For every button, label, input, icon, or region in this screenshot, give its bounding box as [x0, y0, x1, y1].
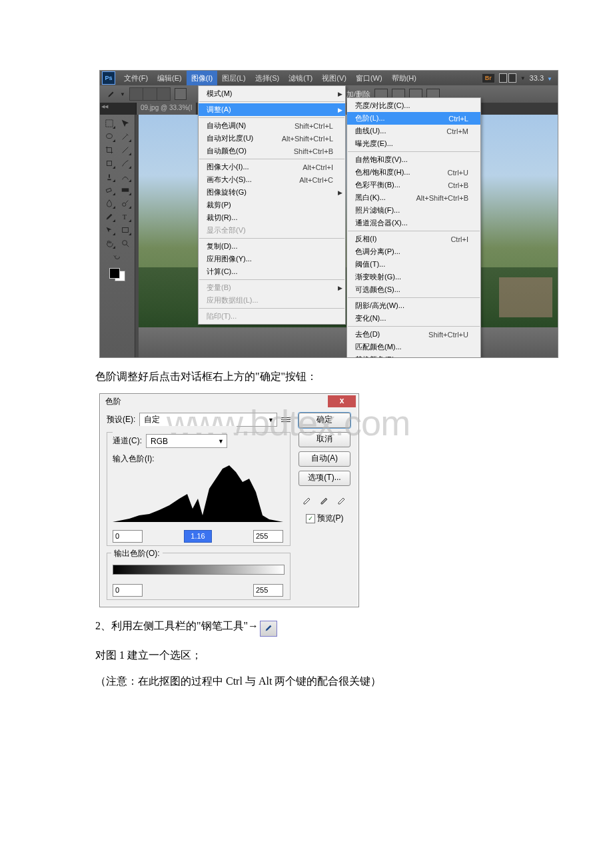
heal-tool-icon[interactable]: [103, 157, 116, 169]
output-black-handle[interactable]: [110, 573, 117, 579]
gamma-handle[interactable]: [195, 520, 201, 527]
zoom-percent[interactable]: 33.3 ▼: [530, 74, 552, 82]
cancel-button[interactable]: 取消: [299, 432, 350, 447]
eraser-tool-icon[interactable]: [103, 184, 116, 196]
menu-item[interactable]: 色彩平衡(B)...Ctrl+B: [347, 179, 480, 191]
black-eyedropper-icon[interactable]: [301, 493, 314, 506]
lasso-tool-icon[interactable]: [103, 131, 116, 143]
menu-item[interactable]: 调整(A)▶: [199, 103, 345, 116]
output-white-handle[interactable]: [281, 573, 287, 579]
menu-item[interactable]: 替换颜色(R)...: [347, 353, 480, 358]
menu-item[interactable]: 亮度/对比度(C)...: [347, 99, 480, 112]
menu-item[interactable]: 自然饱和度(V)...: [347, 153, 480, 166]
menu-item[interactable]: 应用图像(Y)...: [199, 253, 345, 265]
menu-item[interactable]: 复制(D)...: [199, 240, 345, 253]
path-mode-toggle[interactable]: [129, 87, 171, 101]
menu-item[interactable]: 自动颜色(O)Shift+Ctrl+B: [199, 145, 345, 157]
menu-item[interactable]: 裁剪(P): [199, 199, 345, 211]
doc-tab[interactable]: 09.jpg @ 33.3%(I: [137, 103, 197, 115]
toolbox-collapse-icon[interactable]: [100, 103, 137, 115]
pen-tool-icon[interactable]: [107, 89, 116, 99]
slice-tool-icon[interactable]: [119, 144, 132, 156]
menu-item[interactable]: 黑白(K)...Alt+Shift+Ctrl+B: [347, 191, 480, 204]
menu-item[interactable]: 自动对比度(U)Alt+Shift+Ctrl+L: [199, 132, 345, 145]
rectangle-tool-icon[interactable]: [119, 224, 132, 236]
gradient-tool-icon[interactable]: [119, 184, 132, 196]
menu-help[interactable]: 帮助(H): [387, 71, 421, 85]
crop-tool-icon[interactable]: [103, 144, 116, 156]
marquee-tool-icon[interactable]: [103, 117, 116, 129]
options-button[interactable]: 选项(T)...: [299, 471, 350, 486]
menu-item[interactable]: 色相/饱和度(H)...Ctrl+U: [347, 166, 480, 179]
menu-item[interactable]: 计算(C)...: [199, 265, 345, 278]
menu-item[interactable]: 图像旋转(G)▶: [199, 186, 345, 199]
preset-menu-icon[interactable]: [281, 415, 291, 425]
menu-file[interactable]: 文件(F): [119, 71, 153, 85]
menu-view[interactable]: 视图(V): [317, 71, 351, 85]
menu-item[interactable]: 裁切(R)...: [199, 211, 345, 224]
menu-item[interactable]: 变化(N)...: [347, 312, 480, 325]
stamp-tool-icon[interactable]: [103, 171, 116, 183]
input-white-field[interactable]: 255: [253, 530, 283, 543]
zoom-tool-icon[interactable]: [119, 237, 132, 249]
color-swatch[interactable]: [109, 268, 125, 281]
menu-item[interactable]: 阴影/高光(W)...: [347, 299, 480, 312]
screen-mode-dropdown-icon[interactable]: ▼: [520, 75, 526, 81]
dialog-close-button[interactable]: x: [328, 395, 356, 407]
blur-tool-icon[interactable]: [103, 197, 116, 209]
menu-item[interactable]: 曲线(U)...Ctrl+M: [347, 125, 480, 137]
menu-window[interactable]: 窗口(W): [351, 71, 387, 85]
pen-tool-icon-toolbox[interactable]: [103, 211, 116, 223]
history-brush-tool-icon[interactable]: [119, 171, 132, 183]
auto-button[interactable]: 自动(A): [299, 451, 350, 467]
rotate-view-tool-icon[interactable]: [111, 251, 124, 263]
menu-item[interactable]: 曝光度(E)...: [347, 137, 480, 150]
gray-eyedropper-icon[interactable]: [318, 493, 331, 506]
menu-edit[interactable]: 编辑(E): [153, 71, 187, 85]
menu-item[interactable]: 画布大小(S)...Alt+Ctrl+C: [199, 173, 345, 186]
output-black-field[interactable]: 0: [113, 584, 143, 597]
white-eyedropper-icon[interactable]: [335, 493, 348, 506]
menu-item[interactable]: 通道混合器(X)...: [347, 217, 480, 229]
menu-item[interactable]: 匹配颜色(M)...: [347, 341, 480, 353]
menu-image[interactable]: 图像(I): [187, 71, 217, 85]
bridge-icon[interactable]: Br: [482, 73, 495, 83]
white-point-handle[interactable]: [280, 520, 287, 527]
hand-tool-icon[interactable]: [103, 237, 116, 249]
menu-item[interactable]: 反相(I)Ctrl+I: [347, 233, 480, 245]
ok-button[interactable]: 确定: [299, 413, 350, 428]
path-select-tool-icon[interactable]: [103, 224, 116, 236]
output-gradient[interactable]: [113, 565, 285, 575]
input-gamma-field[interactable]: 1.16: [184, 530, 212, 543]
menu-item[interactable]: 图像大小(I)...Alt+Ctrl+I: [199, 161, 345, 173]
preset-dropdown[interactable]: 自定▼: [139, 413, 277, 427]
dodge-tool-icon[interactable]: [119, 197, 132, 209]
menu-filter[interactable]: 滤镜(T): [284, 71, 317, 85]
input-slider[interactable]: [113, 522, 283, 529]
menu-item[interactable]: 照片滤镜(F)...: [347, 204, 480, 217]
menu-item[interactable]: 阈值(T)...: [347, 258, 480, 271]
brush-tool-icon[interactable]: [119, 157, 132, 169]
svg-point-5: [123, 203, 126, 206]
move-tool-icon[interactable]: [119, 117, 132, 129]
output-white-field[interactable]: 255: [253, 584, 283, 597]
menu-layer[interactable]: 图层(L): [217, 71, 250, 85]
menu-item[interactable]: 渐变映射(G)...: [347, 271, 480, 283]
menu-item[interactable]: 去色(D)Shift+Ctrl+U: [347, 328, 480, 341]
step2-note: （注意：在此抠图的过程中 Ctrl 与 Alt 两个键的配合很关键）: [95, 675, 613, 689]
screen-mode-icon[interactable]: [499, 73, 516, 83]
menu-select[interactable]: 选择(S): [251, 71, 285, 85]
menu-item[interactable]: 色阶(L)...Ctrl+L: [347, 112, 480, 125]
menu-item[interactable]: 模式(M)▶: [199, 87, 345, 100]
type-tool-icon[interactable]: T: [119, 211, 132, 223]
auto-add-delete-toggle[interactable]: [175, 88, 187, 100]
tool-preset-dropdown-icon[interactable]: ▼: [120, 91, 125, 97]
black-point-handle[interactable]: [109, 520, 116, 527]
input-black-field[interactable]: 0: [113, 530, 143, 543]
menu-item[interactable]: 自动色调(N)Shift+Ctrl+L: [199, 119, 345, 132]
wand-tool-icon[interactable]: [119, 131, 132, 143]
preview-checkbox[interactable]: [306, 514, 315, 523]
channel-dropdown[interactable]: RGB▼: [146, 434, 227, 448]
menu-item[interactable]: 色调分离(P)...: [347, 245, 480, 258]
menu-item[interactable]: 可选颜色(S)...: [347, 283, 480, 296]
